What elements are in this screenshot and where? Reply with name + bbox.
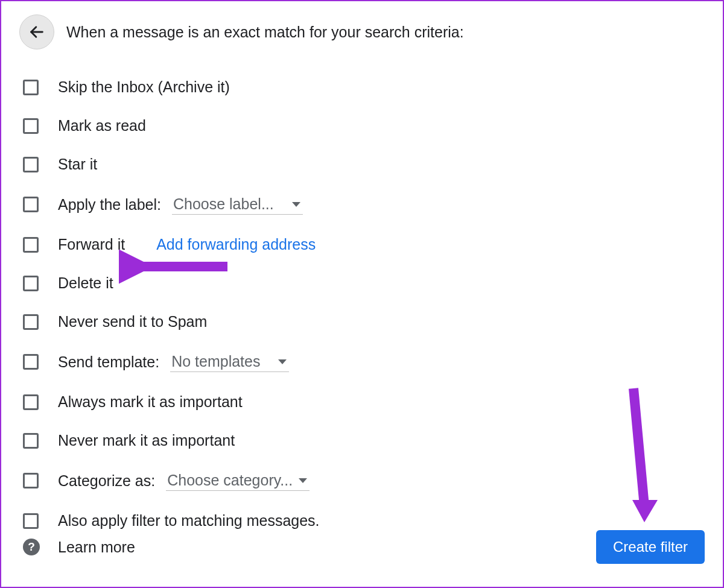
checkbox-delete[interactable] xyxy=(23,276,39,291)
checkbox-mark-read[interactable] xyxy=(23,118,39,134)
checkbox-never-important[interactable] xyxy=(23,433,39,449)
label-mark-read: Mark as read xyxy=(58,117,146,134)
chevron-down-icon xyxy=(278,359,287,364)
learn-more-link[interactable]: Learn more xyxy=(58,539,135,556)
help-icon[interactable]: ? xyxy=(23,539,40,555)
chevron-down-icon xyxy=(299,478,307,483)
select-category-value: Choose category... xyxy=(167,472,293,489)
label-always-important: Always mark it as important xyxy=(58,393,243,411)
label-also-apply: Also apply filter to matching messages. xyxy=(58,512,320,530)
label-skip-inbox: Skip the Inbox (Archive it) xyxy=(58,78,230,96)
option-apply-label: Apply the label: Choose label... xyxy=(23,194,705,215)
label-categorize: Categorize as: xyxy=(58,472,155,490)
option-mark-read: Mark as read xyxy=(23,117,705,134)
label-star: Star it xyxy=(58,156,97,173)
label-delete: Delete it xyxy=(58,274,113,292)
option-send-template: Send template: No templates xyxy=(23,352,705,372)
add-forwarding-link[interactable]: Add forwarding address xyxy=(156,236,316,253)
select-label[interactable]: Choose label... xyxy=(172,194,303,215)
label-never-spam: Never send it to Spam xyxy=(58,313,207,330)
back-button[interactable] xyxy=(19,14,54,49)
checkbox-forward[interactable] xyxy=(23,237,39,253)
checkbox-never-spam[interactable] xyxy=(23,314,39,330)
checkbox-send-template[interactable] xyxy=(23,354,39,370)
checkbox-categorize[interactable] xyxy=(23,473,39,488)
option-delete: Delete it xyxy=(23,274,705,292)
checkbox-apply-label[interactable] xyxy=(23,197,39,212)
filter-prompt-text: When a message is an exact match for you… xyxy=(66,24,464,41)
option-always-important: Always mark it as important xyxy=(23,393,705,411)
create-filter-button[interactable]: Create filter xyxy=(596,530,705,564)
checkbox-always-important[interactable] xyxy=(23,394,39,410)
select-label-value: Choose label... xyxy=(173,195,274,213)
select-category[interactable]: Choose category... xyxy=(166,470,310,491)
select-template[interactable]: No templates xyxy=(170,352,289,372)
chevron-down-icon xyxy=(292,202,300,207)
option-also-apply: Also apply filter to matching messages. xyxy=(23,512,705,530)
option-never-important: Never mark it as important xyxy=(23,432,705,449)
option-categorize: Categorize as: Choose category... xyxy=(23,470,705,491)
label-forward: Forward it xyxy=(58,236,125,253)
checkbox-skip-inbox[interactable] xyxy=(23,80,39,95)
label-apply-label: Apply the label: xyxy=(58,196,161,213)
option-skip-inbox: Skip the Inbox (Archive it) xyxy=(23,78,705,96)
option-never-spam: Never send it to Spam xyxy=(23,313,705,330)
checkbox-also-apply[interactable] xyxy=(23,513,39,529)
label-send-template: Send template: xyxy=(58,353,159,371)
option-star: Star it xyxy=(23,156,705,173)
label-never-important: Never mark it as important xyxy=(58,432,235,449)
checkbox-star[interactable] xyxy=(23,157,39,172)
arrow-left-icon xyxy=(28,24,45,40)
select-template-value: No templates xyxy=(171,353,260,370)
option-forward: Forward it Add forwarding address xyxy=(23,236,705,253)
